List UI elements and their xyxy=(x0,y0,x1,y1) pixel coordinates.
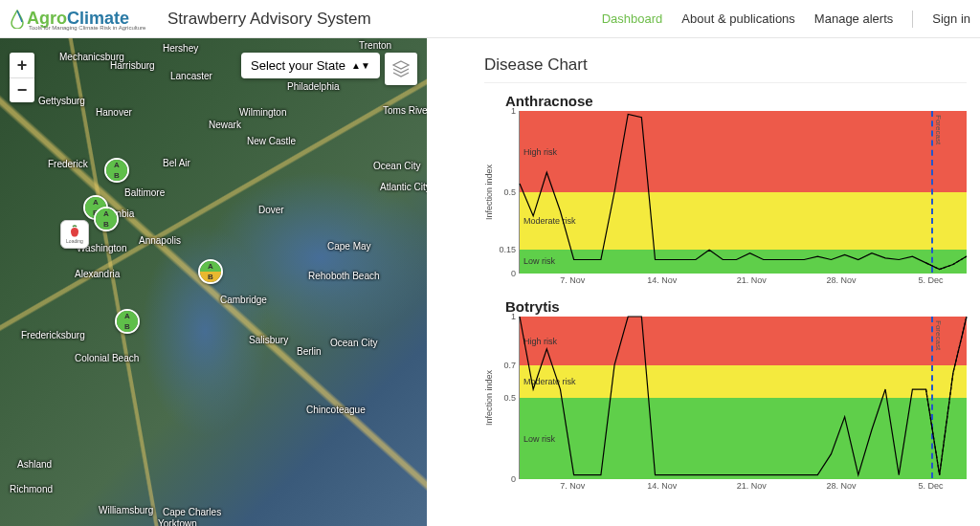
city-label: Hanover xyxy=(96,107,132,118)
strawberry-icon xyxy=(68,225,81,238)
loading-text: Loading xyxy=(66,238,83,244)
map[interactable]: + − Select your State ▲▼ HersheyMechanic… xyxy=(0,38,427,526)
city-label: Alexandria xyxy=(75,269,120,279)
city-label: Atlantic City xyxy=(380,182,427,192)
city-label: Ashland xyxy=(17,459,52,470)
city-label: Yorktown xyxy=(158,518,197,526)
main: + − Select your State ▲▼ HersheyMechanic… xyxy=(0,38,980,526)
city-label: Hershey xyxy=(163,43,198,54)
xtick: 7. Nov xyxy=(560,481,585,491)
city-label: Cambridge xyxy=(220,295,267,305)
xtick: 14. Nov xyxy=(647,275,677,285)
city-label: Fredericksburg xyxy=(21,330,85,340)
nav-about[interactable]: About & publications xyxy=(681,11,795,26)
chart-yaxis: 10.70.50 xyxy=(498,317,519,479)
chart-ylabel: Infection index xyxy=(484,111,498,274)
city-label: Ocean City xyxy=(373,161,420,171)
chart-line xyxy=(520,111,967,273)
city-label: Richmond xyxy=(10,484,53,494)
layers-icon xyxy=(391,59,411,78)
charts-pane: Disease Chart Anthracnose Infection inde… xyxy=(427,38,980,526)
xtick: 21. Nov xyxy=(737,481,767,491)
ytick: 0.15 xyxy=(499,245,516,254)
ytick: 0.7 xyxy=(503,361,516,370)
city-label: Salisbury xyxy=(249,335,288,345)
zoom-out-button[interactable]: − xyxy=(10,77,34,102)
ytick: 1 xyxy=(511,106,516,116)
zoom-in-button[interactable]: + xyxy=(10,53,34,77)
ytick: 1 xyxy=(511,312,516,321)
charts-section-title: Disease Chart xyxy=(484,55,967,83)
map-layers-button[interactable] xyxy=(385,53,417,85)
station-marker[interactable]: AB xyxy=(94,207,119,231)
city-label: Frederick xyxy=(48,159,88,169)
sort-icon: ▲▼ xyxy=(351,60,370,71)
nav-dashboard[interactable]: Dashboard xyxy=(602,11,663,26)
xtick: 7. Nov xyxy=(560,275,585,285)
xtick: 5. Dec xyxy=(919,481,944,491)
station-marker[interactable]: AB xyxy=(115,309,140,334)
chart-plot[interactable]: High riskModerate riskLow riskForecast xyxy=(519,111,967,274)
city-label: Williamsburg xyxy=(99,505,153,515)
station-marker[interactable]: AB xyxy=(104,158,129,183)
city-label: Philadelphia xyxy=(287,81,340,92)
city-label: Ocean City xyxy=(330,338,377,348)
station-loading-marker[interactable]: Loading xyxy=(60,220,89,249)
nav-divider xyxy=(912,11,913,28)
xtick: 28. Nov xyxy=(826,275,856,285)
city-label: Wilmington xyxy=(239,107,286,118)
chart-yaxis: 10.50.150 xyxy=(498,111,519,274)
ytick: 0 xyxy=(511,474,516,484)
app-title: Strawberry Advisory System xyxy=(167,10,371,29)
city-label: Baltimore xyxy=(124,187,165,198)
chart-xaxis: 7. Nov14. Nov21. Nov28. Nov5. Dec xyxy=(519,479,967,494)
chart-plot[interactable]: High riskModerate riskLow riskForecast xyxy=(519,317,967,479)
chart-anthracnose: Anthracnose Infection index 10.50.150 Hi… xyxy=(484,93,967,289)
xtick: 21. Nov xyxy=(737,275,767,285)
ytick: 0.5 xyxy=(503,393,516,403)
city-label: Gettysburg xyxy=(38,96,85,106)
city-label: Colonial Beach xyxy=(75,353,139,363)
logo-subtitle: Tools for Managing Climate Risk in Agric… xyxy=(29,25,145,31)
xtick: 5. Dec xyxy=(919,275,944,285)
city-label: Berlin xyxy=(297,346,322,357)
header: AgroClimate Tools for Managing Climate R… xyxy=(0,0,980,38)
city-label: Dover xyxy=(258,205,284,215)
map-zoom: + − xyxy=(10,53,34,102)
city-label: New Castle xyxy=(247,136,296,146)
ytick: 0.5 xyxy=(503,187,516,197)
nav: Dashboard About & publications Manage al… xyxy=(602,11,970,28)
city-label: Annapolis xyxy=(139,235,181,246)
city-label: Rehoboth Beach xyxy=(308,271,380,281)
ytick: 0 xyxy=(511,269,516,278)
chart-ylabel: Infection index xyxy=(484,317,498,479)
chart-title: Anthracnose xyxy=(505,93,967,109)
xtick: 14. Nov xyxy=(647,481,677,491)
chart-botrytis: Botrytis Infection index 10.70.50 High r… xyxy=(484,298,967,494)
nav-manage-alerts[interactable]: Manage alerts xyxy=(814,11,893,26)
chart-xaxis: 7. Nov14. Nov21. Nov28. Nov5. Dec xyxy=(519,274,967,289)
state-select[interactable]: Select your State ▲▼ xyxy=(241,53,380,78)
city-label: Chincoteague xyxy=(306,405,366,415)
station-marker[interactable]: AB xyxy=(198,259,223,284)
city-label: Harrisburg xyxy=(110,60,155,71)
state-select-label: Select your State xyxy=(251,58,345,73)
chart-line xyxy=(520,317,967,478)
city-label: Cape Charles xyxy=(163,507,221,517)
city-label: Bel Air xyxy=(163,158,190,168)
xtick: 28. Nov xyxy=(826,481,856,491)
city-label: Toms River xyxy=(383,105,427,116)
nav-signin[interactable]: Sign in xyxy=(932,11,970,26)
city-label: Trenton xyxy=(359,40,391,51)
chart-title: Botrytis xyxy=(505,298,967,315)
droplet-icon xyxy=(10,10,25,29)
city-label: Newark xyxy=(209,120,241,130)
city-label: Lancaster xyxy=(170,71,212,81)
city-label: Cape May xyxy=(327,241,371,252)
